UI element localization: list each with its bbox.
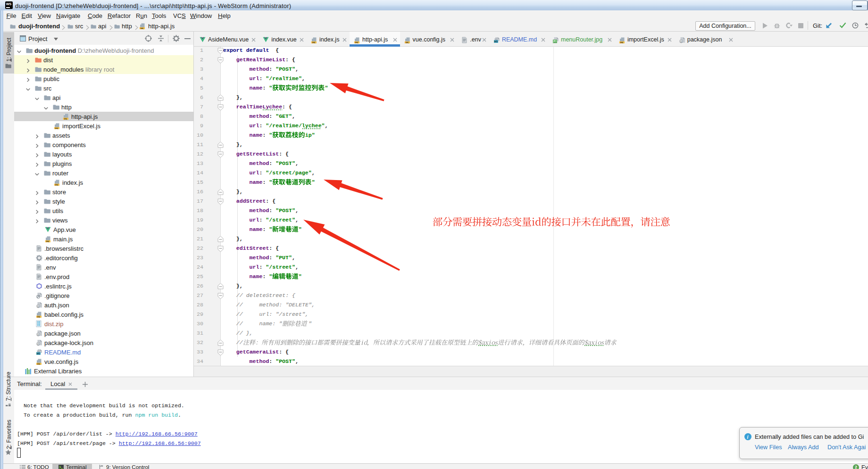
svg-text:JS: JS	[64, 117, 67, 120]
svg-text:{}: {}	[37, 343, 39, 346]
svg-text:{}: {}	[37, 305, 39, 308]
svg-text:JS: JS	[619, 41, 623, 43]
svg-text:MD: MD	[36, 352, 40, 355]
svg-text:{}: {}	[680, 40, 682, 42]
svg-text:JS: JS	[46, 240, 50, 242]
svg-text:JS: JS	[55, 183, 58, 186]
svg-text:JS: JS	[355, 41, 359, 43]
svg-text:JS: JS	[312, 41, 316, 43]
svg-text:MD: MD	[494, 40, 498, 43]
svg-text:JS: JS	[37, 315, 41, 318]
svg-text:JS: JS	[405, 41, 409, 43]
svg-text:{}: {}	[37, 333, 39, 336]
svg-text:JS: JS	[37, 362, 41, 365]
svg-text:JS: JS	[140, 27, 144, 29]
svg-text:JS: JS	[55, 127, 58, 129]
